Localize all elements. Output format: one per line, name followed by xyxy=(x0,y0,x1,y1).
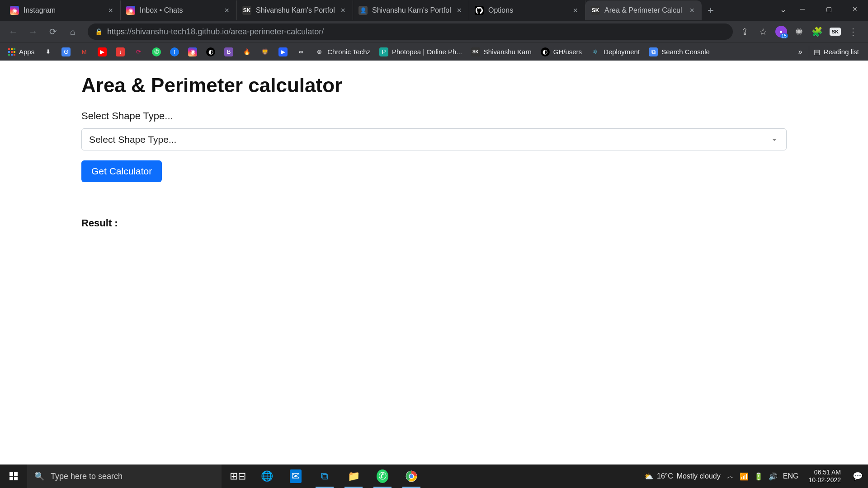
instagram-icon: ◉ xyxy=(10,6,19,15)
tab-title: Options xyxy=(488,6,571,14)
language-indicator[interactable]: ENG xyxy=(783,472,799,480)
apps-grid-icon xyxy=(8,48,15,56)
reload-button[interactable]: ⟳ xyxy=(44,23,61,40)
menu-icon[interactable]: ⋮ xyxy=(847,26,859,38)
weather-widget[interactable]: ⛅ 16°C Mostly cloudy xyxy=(644,472,721,481)
url-input[interactable]: 🔒 https://shivanshu-tech18.github.io/are… xyxy=(88,23,733,40)
clock[interactable]: 06:51 AM 10-02-2022 xyxy=(805,469,844,484)
tab-calculator[interactable]: SK Area & Perimeter Calcul × xyxy=(585,0,702,20)
start-button[interactable] xyxy=(0,465,27,488)
tab-instagram[interactable]: ◉ Instagram × xyxy=(5,0,121,20)
result-label: Result : xyxy=(81,217,787,229)
tab-title: Inbox • Chats xyxy=(140,6,222,14)
portfolio-icon: 👤 xyxy=(359,6,368,15)
close-icon[interactable]: × xyxy=(571,6,580,15)
bookmark-deployment[interactable]: ⚛Deployment xyxy=(587,45,643,59)
edge-app[interactable]: 🌐 xyxy=(254,465,279,488)
bookmark-facebook[interactable]: f xyxy=(166,45,183,59)
extension-badge[interactable]: ●15 xyxy=(775,26,787,38)
get-calculator-button[interactable]: Get Calculator xyxy=(81,160,162,182)
close-icon[interactable]: × xyxy=(339,6,347,15)
tab-title: Shivanshu Karn's Portfol xyxy=(372,6,455,14)
minimize-button[interactable]: ─ xyxy=(789,0,816,18)
explorer-app[interactable]: 📁 xyxy=(341,465,366,488)
bookmark-searchconsole[interactable]: ⧉Search Console xyxy=(645,45,713,59)
download-icon: ⬇ xyxy=(43,47,52,56)
close-icon[interactable]: × xyxy=(688,6,696,15)
bookmark-download[interactable]: ⬇ xyxy=(40,45,56,59)
sk-icon: SK xyxy=(242,6,251,15)
instagram-icon: ◉ xyxy=(188,47,197,56)
back-button[interactable]: ← xyxy=(5,23,22,40)
reading-list-button[interactable]: ▤Reading list xyxy=(809,46,863,58)
bookmark-firebase[interactable]: 🔥 xyxy=(239,45,255,59)
github-icon: ◐ xyxy=(541,47,550,56)
close-icon[interactable]: × xyxy=(106,6,115,15)
bookmarks-overflow[interactable]: » xyxy=(794,48,807,56)
tab-options[interactable]: Options × xyxy=(469,0,585,20)
toolbar-right: ⇪ ☆ ●15 ✺ 🧩 SK ⋮ xyxy=(739,26,863,38)
extension-icon[interactable]: ✺ xyxy=(793,26,805,38)
system-tray: ⛅ 16°C Mostly cloudy ︿ 📶 🔋 🔊 ENG 06:51 A… xyxy=(644,469,868,484)
home-button[interactable]: ⌂ xyxy=(64,23,81,40)
apps-button[interactable]: Apps xyxy=(5,45,38,59)
disc-icon: ⊜ xyxy=(315,47,324,56)
share-icon[interactable]: ⇪ xyxy=(739,26,751,38)
tab-title: Shivanshu Karn's Portfol xyxy=(256,6,339,14)
shape-select[interactable]: Select Shape Type... xyxy=(81,128,787,150)
vscode-app[interactable]: ⧉ xyxy=(312,465,337,488)
bookmark-photopea[interactable]: PPhotopea | Online Ph... xyxy=(376,45,466,59)
bookmark-shivanshu[interactable]: SKShivanshu Karn xyxy=(467,45,535,59)
bookmark-spiral[interactable]: ⟳ xyxy=(130,45,146,59)
bookmark-infinity[interactable]: ∞ xyxy=(293,45,309,59)
react-icon: ⚛ xyxy=(591,47,600,56)
github-icon xyxy=(475,6,484,15)
sk-icon: SK xyxy=(591,6,600,15)
close-window-button[interactable]: ✕ xyxy=(842,0,868,18)
facebook-icon: f xyxy=(170,47,179,56)
reading-list-icon: ▤ xyxy=(814,48,820,56)
profile-button[interactable]: SK xyxy=(830,28,841,36)
bookmark-brave[interactable]: 🦁 xyxy=(257,45,273,59)
bookmark-chronictechz[interactable]: ⊜Chronic Techz xyxy=(311,45,374,59)
taskbar-search[interactable]: 🔍 Type here to search xyxy=(27,465,222,488)
maximize-button[interactable]: ▢ xyxy=(816,0,842,18)
bookmark-play[interactable]: ▶ xyxy=(275,45,291,59)
reading-list-label: Reading list xyxy=(824,48,859,56)
tab-inbox[interactable]: ◉ Inbox • Chats × xyxy=(121,0,237,20)
close-icon[interactable]: × xyxy=(222,6,231,15)
task-view-button[interactable]: ⊞⊟ xyxy=(225,465,250,488)
bookmark-ghusers[interactable]: ◐GH/users xyxy=(537,45,585,59)
bookmark-star-icon[interactable]: ☆ xyxy=(757,26,769,38)
volume-icon[interactable]: 🔊 xyxy=(769,472,778,481)
tray-overflow-icon[interactable]: ︿ xyxy=(727,472,734,481)
bookmark-bootstrap[interactable]: B xyxy=(221,45,237,59)
action-center-button[interactable]: 💬 xyxy=(851,471,864,481)
bm-label: GH/users xyxy=(553,48,582,56)
tab-search-button[interactable]: ⌄ xyxy=(780,5,787,14)
mail-app[interactable]: ✉ xyxy=(283,465,308,488)
close-icon[interactable]: × xyxy=(455,6,463,15)
tab-portfolio-2[interactable]: 👤 Shivanshu Karn's Portfol × xyxy=(353,0,469,20)
forward-button[interactable]: → xyxy=(24,23,42,40)
svg-rect-0 xyxy=(9,472,13,476)
whatsapp-app[interactable]: ✆ xyxy=(370,465,395,488)
tab-portfolio-1[interactable]: SK Shivanshu Karn's Portfol × xyxy=(237,0,353,20)
bookmark-gmail[interactable]: M xyxy=(76,45,92,59)
bookmark-github[interactable]: ◐ xyxy=(203,45,219,59)
bm-label: Shivanshu Karn xyxy=(484,48,532,56)
bookmark-youtube[interactable]: ▶ xyxy=(94,45,110,59)
extensions-puzzle-icon[interactable]: 🧩 xyxy=(811,26,823,38)
bm-label: Chronic Techz xyxy=(327,48,370,56)
tab-title: Instagram xyxy=(24,6,106,14)
bm-label: Deployment xyxy=(604,48,640,56)
battery-icon[interactable]: 🔋 xyxy=(754,472,763,481)
chrome-app[interactable] xyxy=(399,465,424,488)
bookmark-translate[interactable]: G xyxy=(58,45,74,59)
new-tab-button[interactable]: + xyxy=(702,4,720,17)
bookmark-whatsapp[interactable]: ✆ xyxy=(148,45,165,59)
down-icon: ↓ xyxy=(116,47,125,56)
bookmark-red[interactable]: ↓ xyxy=(112,45,128,59)
wifi-icon[interactable]: 📶 xyxy=(740,472,749,481)
bookmark-instagram[interactable]: ◉ xyxy=(184,45,201,59)
